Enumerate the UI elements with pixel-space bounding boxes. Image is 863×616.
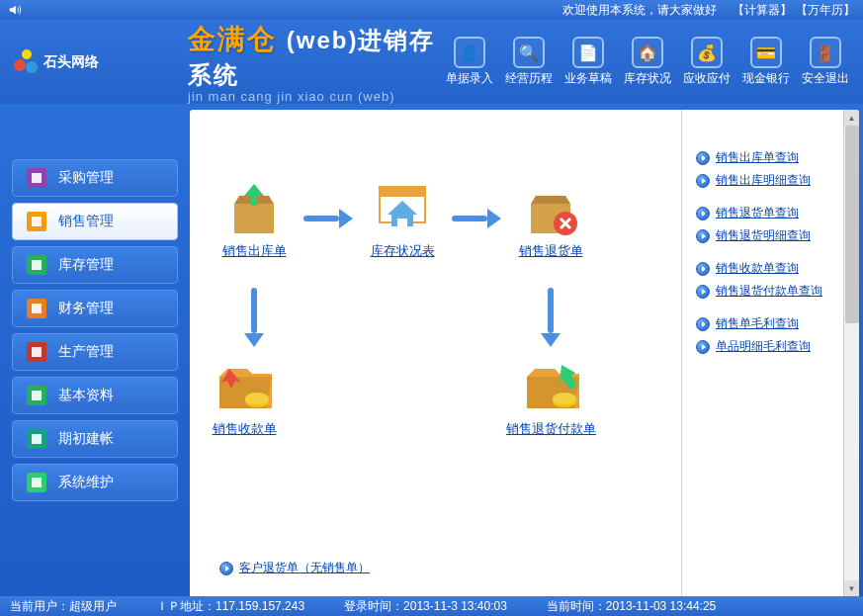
query-link[interactable]: 销售单毛利查询: [696, 315, 851, 332]
bullet-icon: [696, 340, 710, 354]
query-group-2: 销售收款单查询销售退货付款单查询: [696, 260, 851, 300]
query-link[interactable]: 销售退货明细查询: [696, 227, 851, 244]
nav-icon: [27, 429, 46, 449]
folder-coins-icon: [210, 357, 279, 416]
toolbar-4[interactable]: 💰应收应付: [679, 35, 734, 89]
bullet-icon: [696, 262, 710, 276]
bullet-icon: [696, 285, 710, 299]
nav-icon: [27, 473, 46, 492]
query-group-1: 销售退货单查询销售退货明细查询: [696, 205, 851, 244]
toolbar-icon: 💳: [750, 37, 782, 68]
query-link[interactable]: 销售退货单查询: [696, 205, 851, 221]
bullet-icon: [696, 229, 710, 243]
query-group-3: 销售单毛利查询单品明细毛利查询: [696, 315, 851, 355]
nav-7[interactable]: 系统维护: [12, 464, 178, 501]
scroll-down-icon[interactable]: ▼: [844, 580, 859, 596]
toolbar-6[interactable]: 🚪安全退出: [798, 35, 853, 89]
bullet-icon: [696, 174, 710, 188]
query-panel: 销售出库单查询销售出库明细查询销售退货单查询销售退货明细查询销售收款单查询销售退…: [681, 110, 859, 596]
toolbar: 👤单据录入🔍经营历程📄业务草稿🏠库存状况💰应收应付💳现金银行🚪安全退出: [442, 35, 853, 89]
toolbar-icon: 🔍: [513, 37, 545, 68]
customer-return-link[interactable]: 客户退货单（无销售单）: [219, 560, 370, 576]
box-out-icon: [219, 179, 289, 238]
bullet-icon: [219, 562, 233, 575]
toolbar-icon: 🚪: [810, 37, 841, 68]
nav-0[interactable]: 采购管理: [12, 159, 178, 197]
svg-rect-1: [32, 173, 42, 183]
query-link[interactable]: 单品明细毛利查询: [696, 338, 851, 355]
nav-2[interactable]: 库存管理: [12, 246, 178, 284]
nav-icon: [27, 168, 46, 188]
flow-sales-out[interactable]: 销售出库单: [219, 179, 289, 260]
folder-arrow-icon: [517, 357, 586, 416]
query-group-0: 销售出库单查询销售出库明细查询: [696, 149, 851, 189]
logo-icon: [10, 47, 40, 77]
house-table-icon: [368, 179, 437, 238]
query-link[interactable]: 销售出库单查询: [696, 149, 851, 166]
nav-6[interactable]: 期初建帐: [12, 420, 178, 458]
flow-receipt[interactable]: 销售收款单: [210, 357, 279, 438]
main-panel: 销售出库单 库存状况表 销售退货单: [190, 110, 859, 596]
flow-refund[interactable]: 销售退货付款单: [506, 357, 596, 438]
scroll-up-icon[interactable]: ▲: [844, 110, 859, 126]
flow-canvas: 销售出库单 库存状况表 销售退货单: [190, 110, 681, 596]
toolbar-icon: 🏠: [632, 37, 663, 68]
query-link[interactable]: 销售出库明细查询: [696, 172, 851, 189]
nav-icon: [27, 299, 46, 318]
svg-point-20: [245, 393, 269, 404]
svg-rect-15: [32, 478, 42, 487]
calculator-link[interactable]: 【计算器】: [733, 2, 792, 19]
svg-rect-11: [32, 391, 42, 400]
status-user: 当前用户：超级用户: [10, 598, 117, 615]
box-cancel-icon: [516, 179, 585, 238]
arrow-down-icon: [244, 288, 264, 347]
status-login: 登录时间：2013-11-3 13:40:03: [344, 598, 507, 615]
nav-icon: [27, 255, 46, 275]
bullet-icon: [696, 317, 710, 331]
svg-rect-3: [32, 217, 42, 226]
toolbar-0[interactable]: 👤单据录入: [442, 35, 497, 89]
svg-point-22: [553, 393, 576, 404]
bullet-icon: [696, 207, 710, 220]
nav-3[interactable]: 财务管理: [12, 290, 178, 327]
scroll-thumb[interactable]: [845, 126, 859, 323]
arrow-icon: [452, 209, 501, 228]
logo: 石头网络: [10, 47, 188, 77]
toolbar-5[interactable]: 💳现金银行: [738, 35, 794, 89]
nav-5[interactable]: 基本资料: [12, 377, 178, 414]
sidebar: 采购管理销售管理库存管理财务管理生产管理基本资料期初建帐系统维护: [4, 110, 190, 596]
welcome-text: 欢迎使用本系统，请大家做好: [562, 2, 717, 19]
nav-icon: [27, 212, 46, 231]
nav-icon: [27, 386, 46, 405]
svg-rect-5: [32, 260, 42, 270]
toolbar-icon: 👤: [454, 37, 485, 68]
arrow-icon: [303, 209, 353, 228]
svg-rect-7: [32, 304, 42, 313]
nav-4[interactable]: 生产管理: [12, 333, 178, 371]
app-title: 金满仓 (web)进销存系统 jin man cang jin xiao cun…: [188, 21, 442, 104]
header: 石头网络 金满仓 (web)进销存系统 jin man cang jin xia…: [0, 20, 863, 104]
statusbar: 当前用户：超级用户 ＩＰ地址：117.159.157.243 登录时间：2013…: [0, 596, 863, 616]
toolbar-3[interactable]: 🏠库存状况: [620, 35, 675, 89]
query-link[interactable]: 销售收款单查询: [696, 260, 851, 277]
arrow-down-icon: [541, 288, 561, 347]
query-link[interactable]: 销售退货付款单查询: [696, 283, 851, 300]
toolbar-icon: 📄: [572, 37, 604, 68]
scrollbar[interactable]: ▲ ▼: [843, 110, 859, 596]
toolbar-icon: 💰: [691, 37, 723, 68]
toolbar-1[interactable]: 🔍经营历程: [501, 35, 557, 89]
toolbar-2[interactable]: 📄业务草稿: [561, 35, 616, 89]
flow-stock[interactable]: 库存状况表: [368, 179, 437, 260]
bullet-icon: [696, 151, 710, 165]
nav-icon: [27, 342, 46, 362]
svg-rect-17: [380, 187, 425, 197]
svg-rect-9: [32, 347, 42, 357]
flow-return[interactable]: 销售退货单: [516, 179, 585, 260]
topbar: 欢迎使用本系统，请大家做好 【计算器】 【万年历】: [0, 0, 863, 20]
nav-1[interactable]: 销售管理: [12, 203, 178, 240]
status-ip: ＩＰ地址：117.159.157.243: [156, 598, 304, 615]
calendar-link[interactable]: 【万年历】: [796, 2, 855, 19]
speaker-icon: [8, 3, 22, 17]
status-now: 当前时间：2013-11-03 13:44:25: [547, 598, 716, 615]
logo-text: 石头网络: [43, 53, 99, 71]
